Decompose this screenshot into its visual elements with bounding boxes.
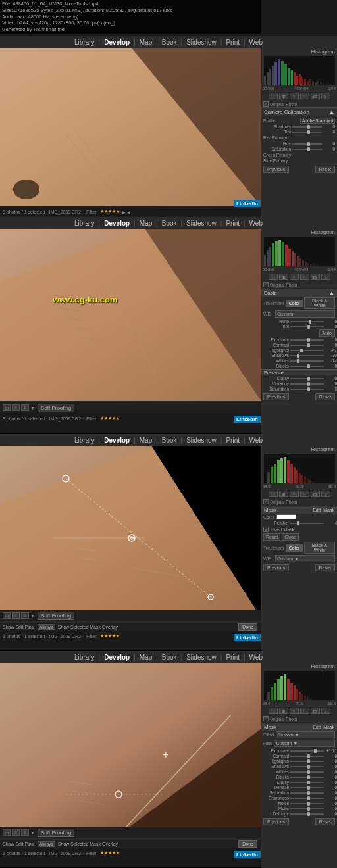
red-hue-track-1[interactable]	[292, 143, 322, 145]
moire-track-4[interactable]	[290, 808, 324, 809]
exposure-track-2[interactable]	[290, 339, 324, 341]
noise-track-4[interactable]	[290, 803, 324, 804]
previous-btn-3[interactable]: Previous	[263, 564, 289, 571]
hist-btn-3-4[interactable]: ○	[300, 491, 309, 497]
nav-slideshow-1[interactable]: Slideshow	[186, 39, 217, 46]
hist-btn-6[interactable]: ▷	[321, 93, 330, 99]
contrast-track-2[interactable]	[290, 345, 324, 346]
hist-btn-4-1[interactable]: ⬛	[269, 708, 278, 714]
original-photo-checkbox-1[interactable]: ✓	[263, 101, 269, 107]
nav-web-4[interactable]: Web	[249, 654, 263, 661]
nav-library-1[interactable]: Library	[74, 39, 95, 46]
nav-map-1[interactable]: Map	[140, 39, 152, 46]
hist-btn-4-2[interactable]: ⊞	[279, 708, 288, 714]
nav-web-1[interactable]: Web	[249, 39, 263, 46]
highlights-track-4[interactable]	[290, 761, 324, 762]
vibrance-track-2[interactable]	[290, 383, 324, 385]
reset-btn-1[interactable]: Reset	[315, 166, 335, 173]
nav-book-3[interactable]: Book	[162, 437, 177, 444]
nav-library-4[interactable]: Library	[74, 654, 95, 661]
nav-map-4[interactable]: Map	[140, 654, 152, 661]
stars-2[interactable]: ★★★★★	[100, 416, 120, 421]
temp-track-2[interactable]	[290, 321, 324, 322]
effect-dropdown-4[interactable]: Custom ▼	[276, 731, 335, 738]
stars-4[interactable]: ★★★★★	[100, 850, 120, 856]
hist-btn-2-5[interactable]: ⊡	[311, 274, 320, 280]
view-icon-3[interactable]: ⊞	[3, 612, 11, 619]
hist-btn-4-3[interactable]: ○	[290, 708, 299, 714]
compare-icon-3[interactable]: ⧉	[21, 612, 29, 619]
basic-arrow-2[interactable]: ▲	[329, 290, 334, 296]
hist-btn-2[interactable]: ⊞	[279, 93, 288, 99]
reset-mask-btn-3[interactable]: Reset	[263, 533, 280, 541]
always-btn-4[interactable]: Always	[38, 841, 55, 847]
nav-library-2[interactable]: Library	[74, 220, 95, 227]
always-btn-3[interactable]: Always	[38, 624, 55, 630]
camera-cal-arrow-1[interactable]: ▲	[329, 109, 334, 115]
original-photo-checkbox-4[interactable]: ✓	[263, 716, 269, 721]
nav-print-3[interactable]: Print	[226, 437, 240, 444]
previous-btn-2[interactable]: Previous	[263, 393, 289, 400]
hist-btn-2-6[interactable]: ▷	[321, 274, 330, 280]
view-icon-4[interactable]: ⊞	[3, 829, 11, 836]
nav-slideshow-3[interactable]: Slideshow	[186, 437, 217, 444]
nav-develop-4[interactable]: Develop	[104, 654, 130, 661]
tint-track-2[interactable]	[290, 326, 324, 327]
saturation-track-2[interactable]	[290, 389, 324, 390]
auto-btn-2[interactable]: Auto	[319, 329, 335, 337]
hist-btn-3-5[interactable]: ⊡	[311, 491, 320, 497]
hist-btn-4[interactable]: ○	[300, 93, 309, 99]
hist-btn-3-2[interactable]: ⊞	[279, 491, 288, 497]
nav-print-1[interactable]: Print	[226, 39, 240, 46]
whites-track-2[interactable]	[290, 360, 324, 362]
hist-btn-3[interactable]: ○	[290, 93, 299, 99]
stars-3[interactable]: ★★★★★	[100, 633, 120, 639]
previous-btn-1[interactable]: Previous	[263, 166, 289, 173]
shadows-track-4[interactable]	[290, 766, 324, 767]
filter-dropdown-4[interactable]: Custom ▼	[274, 740, 335, 747]
grid-icon-2[interactable]: ≡	[12, 404, 20, 411]
hist-btn-5[interactable]: ⊡	[311, 93, 320, 99]
hist-btn-1[interactable]: ⬛	[269, 93, 278, 99]
contrast-track-4[interactable]	[290, 756, 324, 757]
hist-btn-2-4[interactable]: ○	[300, 274, 309, 280]
mask-tab-4[interactable]: Mask	[323, 725, 334, 729]
nav-web-2[interactable]: Web	[249, 220, 263, 227]
nav-book-1[interactable]: Book	[162, 39, 177, 46]
blacks-track-4[interactable]	[290, 777, 324, 778]
nav-develop-3[interactable]: Develop	[104, 437, 130, 444]
compare-icon-2[interactable]: ⧉	[21, 404, 29, 411]
nav-map-2[interactable]: Map	[140, 220, 152, 227]
hist-btn-2-1[interactable]: ⬛	[269, 274, 278, 280]
hist-btn-3-6[interactable]: ▷	[321, 491, 330, 497]
soft-proofing-btn-4[interactable]: Soft Proofing	[38, 829, 74, 837]
hist-btn-3-1[interactable]: ⬛	[269, 491, 278, 497]
reset-btn-3[interactable]: Reset	[315, 564, 335, 571]
grid-icon-4[interactable]: ≡	[12, 829, 20, 836]
edit-tab-3[interactable]: Edit	[313, 508, 321, 512]
tint-track-1[interactable]	[292, 132, 322, 133]
previous-btn-4[interactable]: Previous	[263, 818, 289, 825]
hist-btn-2-3[interactable]: ○	[290, 274, 299, 280]
shadows-track-1[interactable]	[292, 126, 322, 128]
view-icon-2[interactable]: ⊞	[3, 404, 11, 411]
hist-btn-2-2[interactable]: ⊞	[279, 274, 288, 280]
nav-develop-1[interactable]: Develop	[104, 39, 130, 46]
whites-track-4[interactable]	[290, 771, 324, 773]
bw-btn-3[interactable]: Black & White	[304, 542, 335, 554]
dehaze-track-4[interactable]	[290, 787, 324, 788]
blacks-track-2[interactable]	[290, 366, 324, 367]
color-swatch-3[interactable]	[276, 514, 296, 519]
compare-icon-4[interactable]: ⧉	[21, 829, 29, 836]
feather-track-3[interactable]	[290, 523, 324, 524]
hist-btn-4-4[interactable]: ○	[300, 708, 309, 714]
close-mask-btn-3[interactable]: Close	[282, 533, 299, 541]
reset-btn-2[interactable]: Reset	[315, 393, 335, 400]
wb-dropdown-3[interactable]: Custom ▼	[275, 555, 335, 562]
nav-library-3[interactable]: Library	[74, 437, 95, 444]
hist-btn-3-3[interactable]: ○	[290, 491, 299, 497]
invert-mask-checkbox-3[interactable]: ✓	[263, 527, 269, 532]
saturation-track-4[interactable]	[290, 792, 324, 794]
edit-tab-4[interactable]: Edit	[313, 725, 321, 729]
hist-btn-4-5[interactable]: ⊡	[311, 708, 320, 714]
